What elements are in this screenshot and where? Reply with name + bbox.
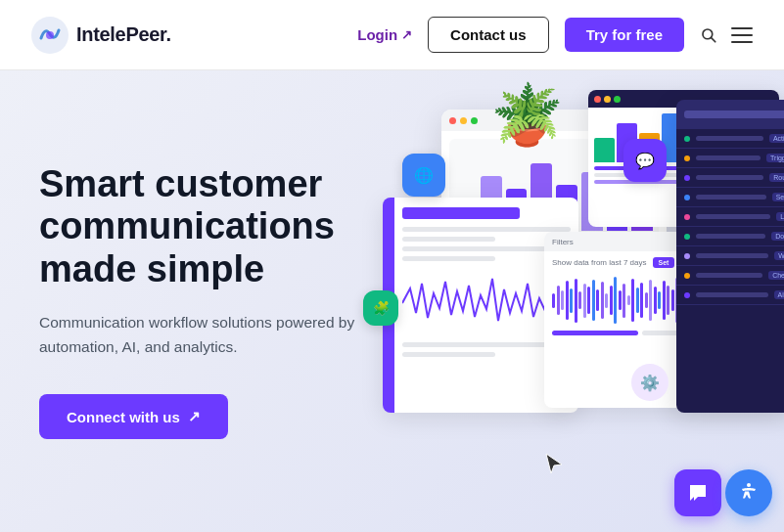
search-icon [700,26,717,44]
svg-point-5 [747,483,751,487]
svg-line-3 [712,37,715,41]
hero-section: Smart customer communications made simpl… [0,70,784,532]
try-button[interactable]: Try for free [565,18,684,52]
accessibility-fab-button[interactable] [725,469,772,516]
plant-decoration: 🪴 [490,80,564,150]
accessibility-icon [737,481,761,505]
intelepeer-logo-icon [31,17,69,54]
globe-bubble-icon: 🌐 [402,154,445,197]
login-label: Login [357,26,397,43]
star-bubble-icon: ⚙️ [631,364,669,401]
chat-fab-icon [686,481,710,505]
right-panel-mockup: Active Trigger Route Send Log [676,100,784,413]
hamburger-menu[interactable] [731,27,753,43]
logo[interactable]: IntelePeer. [31,17,171,54]
connect-arrow-icon: ↗ [188,408,201,425]
chat-fab-button[interactable] [674,469,721,516]
navbar: IntelePeer. Login ↗ Contact us Try for f… [0,0,784,70]
logo-text: IntelePeer. [76,23,171,46]
contact-button[interactable]: Contact us [428,17,549,53]
hero-content: Smart customer communications made simpl… [39,163,372,440]
search-button[interactable] [700,26,717,44]
cursor [544,452,564,479]
nav-right: Login ↗ Contact us Try for free [357,17,753,53]
connect-button[interactable]: Connect with us ↗ [39,394,228,439]
login-arrow-icon: ↗ [401,27,412,42]
login-link[interactable]: Login ↗ [357,26,412,43]
svg-point-1 [46,31,54,39]
connect-label: Connect with us [67,409,180,425]
nav-icons [700,26,753,44]
hero-title: Smart customer communications made simpl… [39,163,372,291]
chat-bubble-icon: 💬 [623,139,667,182]
hero-subtitle: Communication workflow solutions powered… [39,311,372,360]
hero-illustration: 🪴 [353,80,784,520]
